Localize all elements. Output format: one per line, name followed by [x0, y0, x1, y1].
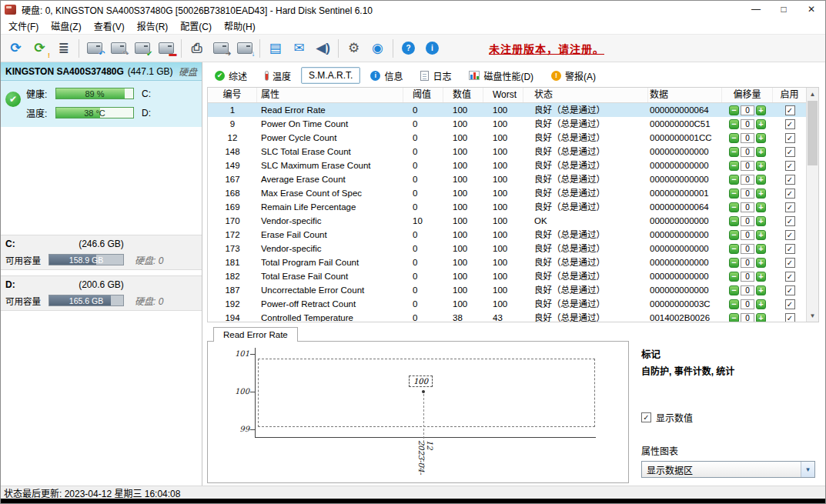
smart-table-row[interactable]: 9Power On Time Count0100100良好（总是通过）00000…	[208, 117, 818, 131]
enabled-checkbox[interactable]: ✓	[785, 216, 795, 226]
column-header-th[interactable]: 阈值	[403, 88, 443, 102]
enabled-checkbox[interactable]: ✓	[785, 202, 795, 212]
printer-icon[interactable]: ⎙	[186, 38, 208, 59]
offset-decrease-button[interactable]: −	[729, 285, 739, 295]
menu-item-2[interactable]: 查看(V)	[88, 18, 131, 34]
offset-value[interactable]: 0	[741, 230, 754, 240]
enabled-checkbox[interactable]: ✓	[785, 189, 795, 199]
column-header-val[interactable]: 数值	[443, 88, 483, 102]
offset-decrease-button[interactable]: −	[729, 133, 739, 143]
disk-remove-icon[interactable]: ▬	[155, 38, 177, 59]
world-clock-icon[interactable]: ◉	[366, 38, 389, 59]
column-header-offset[interactable]: 偏移量	[722, 88, 773, 102]
offset-value[interactable]: 0	[741, 202, 754, 212]
refresh-icon[interactable]: ⟳	[5, 38, 27, 59]
menu-item-3[interactable]: 报告(R)	[131, 18, 175, 34]
email-icon[interactable]: ✉	[288, 38, 310, 59]
offset-increase-button[interactable]: +	[756, 258, 766, 268]
smart-table-row[interactable]: 1Read Error Rate0100100良好（总是通过）000000000…	[208, 103, 818, 117]
enabled-checkbox[interactable]: ✓	[785, 313, 795, 323]
enabled-checkbox[interactable]: ✓	[785, 119, 795, 129]
offset-decrease-button[interactable]: −	[729, 189, 739, 199]
enabled-checkbox[interactable]: ✓	[785, 258, 795, 268]
offset-value[interactable]: 0	[741, 313, 754, 323]
offset-decrease-button[interactable]: −	[729, 147, 739, 157]
offset-decrease-button[interactable]: −	[729, 119, 739, 129]
tab-信息[interactable]: i信息	[363, 66, 410, 85]
smart-table-row[interactable]: 182Total Erase Fail Count0100100良好（总是通过）…	[208, 269, 818, 283]
smart-table-row[interactable]: 173Vendor-specific0100100良好（总是通过）0000000…	[208, 242, 818, 255]
enabled-checkbox[interactable]: ✓	[785, 161, 795, 171]
scrollbar-thumb[interactable]	[808, 101, 818, 165]
disk-undo-icon[interactable]: ↶	[83, 38, 105, 59]
smart-table-row[interactable]: 148SLC Total Erase Count0100100良好（总是通过）0…	[208, 145, 818, 159]
offset-increase-button[interactable]: +	[756, 133, 766, 143]
chart-tab[interactable]: Read Error Rate	[213, 327, 298, 342]
offset-increase-button[interactable]: +	[756, 244, 766, 254]
offset-decrease-button[interactable]: −	[729, 175, 739, 185]
offset-decrease-button[interactable]: −	[729, 105, 739, 115]
enabled-checkbox[interactable]: ✓	[785, 244, 795, 254]
enabled-checkbox[interactable]: ✓	[785, 299, 795, 309]
offset-decrease-button[interactable]: −	[729, 258, 739, 268]
offset-value[interactable]: 0	[741, 119, 754, 129]
minimize-button[interactable]: —	[742, 1, 770, 18]
offset-increase-button[interactable]: +	[756, 230, 766, 240]
offset-increase-button[interactable]: +	[756, 161, 766, 171]
smart-table-row[interactable]: 12Power Cycle Count0100100良好（总是通过）000000…	[208, 131, 818, 145]
enabled-checkbox[interactable]: ✓	[785, 175, 795, 185]
refresh-warning-icon[interactable]: ⟳!	[28, 38, 51, 59]
maximize-button[interactable]: □	[770, 1, 798, 18]
offset-increase-button[interactable]: +	[756, 189, 766, 199]
offset-increase-button[interactable]: +	[756, 175, 766, 185]
smart-table-row[interactable]: 192Power-off Retract Count0100100良好（总是通过…	[208, 297, 818, 311]
sound-icon[interactable]: ◀)	[312, 38, 334, 59]
menu-item-0[interactable]: 文件(F)	[2, 18, 45, 34]
offset-value[interactable]: 0	[741, 216, 754, 226]
show-values-checkbox[interactable]: ✓	[641, 412, 651, 422]
enabled-checkbox[interactable]: ✓	[785, 105, 795, 115]
enabled-checkbox[interactable]: ✓	[785, 272, 795, 282]
smart-table-row[interactable]: 194Controlled Temperature03843良好（总是通过）00…	[208, 311, 818, 322]
offset-decrease-button[interactable]: −	[729, 244, 739, 254]
smart-table-row[interactable]: 167Average Erase Count0100100良好（总是通过）000…	[208, 172, 818, 186]
column-header-data[interactable]: 数据	[648, 88, 722, 102]
report-list-icon[interactable]: ≣	[52, 38, 75, 59]
enabled-checkbox[interactable]: ✓	[785, 147, 795, 157]
settings-gear-icon[interactable]: ⚙	[343, 38, 365, 59]
offset-value[interactable]: 0	[741, 175, 754, 185]
offset-increase-button[interactable]: +	[756, 202, 766, 212]
scrollbar-down-icon[interactable]: ▼	[807, 309, 818, 322]
offset-increase-button[interactable]: +	[756, 285, 766, 295]
disk-import-icon[interactable]: ↓	[233, 38, 256, 59]
smart-table-row[interactable]: 187Uncorrectable Error Count0100100良好（总是…	[208, 283, 818, 297]
table-scrollbar[interactable]: ▲ ▼	[806, 88, 818, 322]
tab-警报(A)[interactable]: !警报(A)	[543, 66, 604, 85]
partition-d-panel[interactable]: D: (200.6 GB) 可用容量 165.6 GB 硬盘: 0	[1, 275, 202, 311]
smart-table-row[interactable]: 169Remain Life Percentage0100100良好（总是通过）…	[208, 200, 818, 214]
disk-redo-icon[interactable]: ↷	[107, 38, 129, 59]
register-notice-link[interactable]: 未注册版本，请注册。	[489, 41, 604, 56]
offset-decrease-button[interactable]: −	[729, 272, 739, 282]
smart-table-row[interactable]: 181Total Program Fail Count0100100良好（总是通…	[208, 255, 818, 269]
offset-decrease-button[interactable]: −	[729, 216, 739, 226]
column-header-en[interactable]: 启用	[773, 88, 807, 102]
offset-value[interactable]: 0	[741, 258, 754, 268]
offset-value[interactable]: 0	[741, 272, 754, 282]
menu-item-5[interactable]: 帮助(H)	[218, 18, 262, 34]
offset-value[interactable]: 0	[741, 133, 754, 143]
offset-increase-button[interactable]: +	[756, 147, 766, 157]
column-header-status[interactable]: 状态	[523, 88, 648, 102]
partition-d-label[interactable]: D:	[134, 108, 157, 118]
offset-increase-button[interactable]: +	[756, 119, 766, 129]
temperature-log-icon[interactable]: ▤	[264, 38, 286, 59]
offset-increase-button[interactable]: +	[756, 216, 766, 226]
enabled-checkbox[interactable]: ✓	[785, 133, 795, 143]
column-header-attr[interactable]: 属性	[257, 88, 403, 102]
offset-decrease-button[interactable]: −	[729, 230, 739, 240]
offset-increase-button[interactable]: +	[756, 272, 766, 282]
offset-decrease-button[interactable]: −	[729, 299, 739, 309]
help-icon[interactable]: ?	[397, 38, 420, 59]
chart-mode-dropdown[interactable]: 显示数据区 ▾	[641, 461, 815, 478]
offset-value[interactable]: 0	[741, 161, 754, 171]
